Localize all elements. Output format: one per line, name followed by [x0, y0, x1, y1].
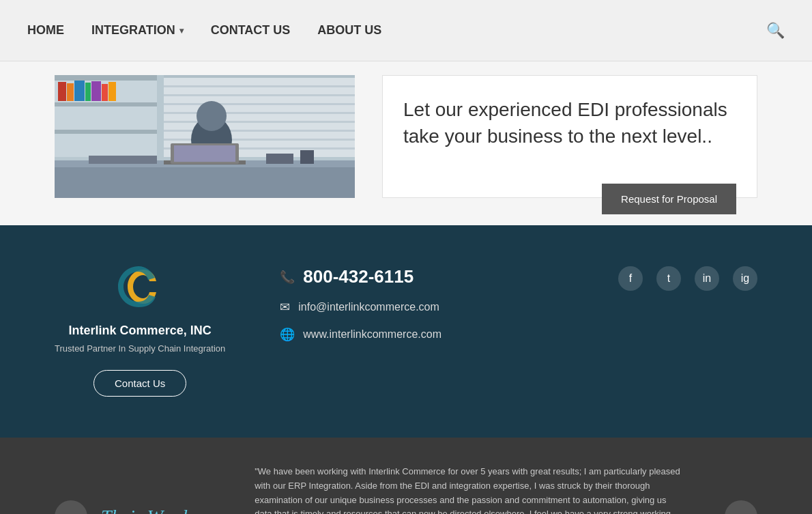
svg-rect-3 [55, 102, 157, 106]
linkedin-icon[interactable]: in [695, 266, 719, 291]
svg-rect-10 [102, 84, 108, 101]
svg-rect-14 [164, 85, 355, 87]
footer-phone: 📞 800-432-6115 [280, 266, 441, 287]
nav-about[interactable]: ABOUT US [317, 23, 381, 38]
svg-rect-11 [108, 82, 116, 101]
search-icon: 🔍 [766, 22, 785, 39]
phone-number: 800-432-6115 [303, 266, 414, 287]
svg-rect-7 [74, 81, 85, 101]
hero-text-box: Let our experienced EDI professionals ta… [382, 75, 757, 198]
company-name: Interlink Commerce, INC [69, 324, 212, 338]
svg-rect-2 [55, 75, 157, 81]
nav-home[interactable]: HOME [27, 23, 64, 38]
svg-rect-13 [164, 75, 355, 78]
testimonial-quote: "We have been working with Interlink Com… [255, 465, 684, 514]
svg-rect-8 [85, 83, 91, 101]
website-url: www.interlinkcommerce.com [303, 328, 441, 341]
svg-point-25 [197, 101, 227, 131]
hero-tagline: Let our experienced EDI professionals ta… [403, 96, 736, 149]
twitter-icon[interactable]: t [656, 266, 681, 291]
svg-rect-31 [89, 156, 157, 164]
prev-testimonial-button[interactable]: ‹ [55, 500, 87, 514]
footer-website: 🌐 www.interlinkcommerce.com [280, 327, 441, 342]
request-proposal-button[interactable]: Request for Proposal [602, 184, 736, 214]
svg-rect-22 [55, 164, 355, 198]
testimonial-section: ‹ Their Words.... "We have been working … [0, 438, 812, 514]
search-button[interactable]: 🔍 [766, 22, 785, 40]
svg-rect-30 [300, 150, 314, 164]
email-icon: ✉ [280, 300, 290, 315]
footer-section: Interlink Commerce, INC Trusted Partner … [0, 225, 812, 438]
svg-rect-17 [164, 112, 355, 114]
instagram-icon[interactable]: ig [733, 266, 757, 291]
footer-contact-info: 📞 800-432-6115 ✉ info@interlinkcommerce.… [280, 259, 441, 342]
svg-rect-16 [164, 103, 355, 105]
next-testimonial-button[interactable]: › [725, 500, 757, 514]
footer-contact-us-button[interactable]: Contact Us [93, 370, 186, 397]
svg-rect-9 [91, 81, 101, 101]
svg-rect-4 [55, 130, 157, 134]
testimonial-title: Their Words.... [101, 506, 214, 514]
nav-integration[interactable]: INTEGRATION ▾ [91, 23, 184, 38]
hero-image [55, 75, 355, 198]
svg-rect-6 [67, 83, 74, 101]
svg-rect-5 [58, 82, 66, 101]
hero-section: Let our experienced EDI professionals ta… [0, 61, 812, 225]
svg-rect-28 [174, 145, 235, 162]
footer-social: f t in ig [618, 259, 757, 291]
desk-scene [55, 75, 355, 198]
svg-rect-29 [266, 154, 293, 164]
company-logo [113, 259, 167, 314]
web-icon: 🌐 [280, 327, 295, 342]
phone-icon: 📞 [280, 270, 295, 285]
svg-rect-18 [164, 121, 355, 123]
svg-rect-15 [164, 94, 355, 96]
testimonial-content: "We have been working with Interlink Com… [255, 465, 684, 514]
testimonial-left: ‹ Their Words.... [55, 500, 214, 514]
navbar: HOME INTEGRATION ▾ CONTACT US ABOUT US 🔍 [0, 0, 812, 61]
nav-links: HOME INTEGRATION ▾ CONTACT US ABOUT US [27, 23, 381, 38]
request-btn-wrap: Request for Proposal [602, 184, 736, 214]
nav-contact[interactable]: CONTACT US [211, 23, 291, 38]
email-address: info@interlinkcommerce.com [298, 301, 439, 313]
footer-email: ✉ info@interlinkcommerce.com [280, 300, 441, 315]
facebook-icon[interactable]: f [618, 266, 643, 291]
company-tagline: Trusted Partner In Supply Chain Integrat… [55, 343, 225, 354]
chevron-down-icon: ▾ [179, 26, 184, 35]
footer-left: Interlink Commerce, INC Trusted Partner … [55, 259, 225, 397]
